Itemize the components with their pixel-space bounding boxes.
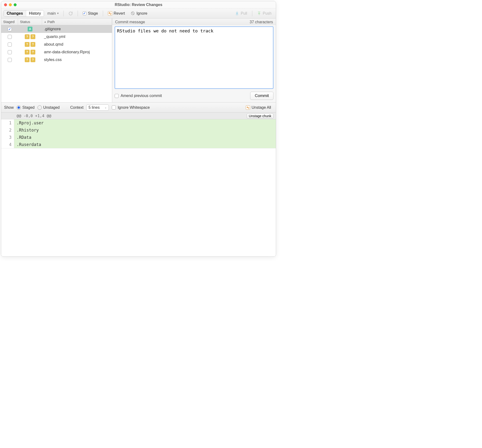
file-row[interactable]: ??about.qmd [1, 40, 112, 48]
svg-rect-2 [236, 14, 238, 15]
line-text: .Ruserdata [14, 142, 41, 147]
char-count: 37 characters [250, 20, 273, 24]
ignore-label: Ignore [137, 11, 147, 16]
unstage-all-button[interactable]: Unstage All [244, 105, 273, 110]
line-number: 3 [1, 134, 14, 141]
diff-body-empty [1, 148, 276, 256]
diff-hunk-header: @@ -0,0 +1,4 @@ Unstage chunk [1, 113, 276, 119]
refresh-icon [68, 11, 73, 16]
file-path: styles.css [42, 57, 112, 62]
svg-line-1 [132, 12, 134, 15]
amend-checkbox[interactable]: Amend previous commit [115, 94, 162, 98]
radio-icon [38, 105, 42, 110]
pull-label: Pull [241, 11, 247, 16]
refresh-button[interactable] [67, 11, 75, 16]
chevron-down-icon: ▼ [57, 12, 59, 15]
commit-button[interactable]: Commit [250, 92, 273, 100]
file-row[interactable]: ??_quarto.yml [1, 33, 112, 40]
svg-rect-3 [258, 12, 260, 12]
unstage-all-label: Unstage All [252, 105, 271, 110]
check-icon [83, 12, 87, 15]
ignore-button[interactable]: Ignore [129, 11, 149, 16]
pull-button[interactable]: Pull [233, 11, 249, 16]
minimize-window-button[interactable] [9, 3, 12, 6]
commit-message-input[interactable] [115, 26, 273, 89]
push-label: Push [263, 11, 272, 16]
status-untracked-icon: ? [31, 42, 35, 47]
file-rows: A.gitignore??_quarto.yml??about.qmd??amr… [1, 25, 112, 64]
branch-selector[interactable]: main ▼ [46, 11, 61, 16]
window-title: RStudio: Review Changes [115, 3, 162, 7]
stage-checkbox[interactable] [8, 35, 12, 39]
context-select[interactable]: 5 lines ⌄ [86, 104, 109, 111]
checkbox-icon [115, 94, 119, 98]
view-segment: Changes History [4, 10, 44, 17]
status-untracked-icon: ? [25, 57, 30, 62]
show-staged-radio[interactable]: Staged [16, 105, 35, 110]
revert-button[interactable]: Revert [106, 11, 127, 16]
checkbox-icon [112, 105, 116, 110]
col-staged[interactable]: Staged [1, 18, 18, 25]
revert-icon [246, 105, 250, 110]
ignore-icon [131, 11, 135, 16]
status-untracked-icon: ? [31, 34, 35, 39]
show-unstaged-radio[interactable]: Unstaged [38, 105, 60, 110]
ignore-ws-label: Ignore Whitespace [118, 105, 150, 110]
close-window-button[interactable] [4, 3, 7, 6]
stage-checkbox[interactable] [8, 42, 12, 47]
stage-button[interactable]: Stage [81, 11, 100, 16]
chevron-down-icon: ⌄ [104, 106, 107, 109]
ignore-whitespace-checkbox[interactable]: Ignore Whitespace [112, 105, 150, 110]
context-value: 5 lines [88, 105, 99, 110]
separator [103, 11, 103, 16]
file-row[interactable]: ??styles.css [1, 56, 112, 64]
diff-line-added[interactable]: 2.Rhistory [1, 126, 276, 134]
col-status[interactable]: Status [18, 18, 42, 25]
push-icon [257, 11, 261, 16]
status-untracked-icon: ? [25, 50, 30, 55]
diff-line-added[interactable]: 4.Ruserdata [1, 141, 276, 148]
zoom-window-button[interactable] [14, 3, 16, 6]
status-untracked-icon: ? [31, 57, 35, 62]
changes-tab[interactable]: Changes [4, 10, 26, 16]
diff-line-added[interactable]: 1.Rproj.user [1, 119, 276, 126]
status-untracked-icon: ? [31, 50, 35, 55]
file-row[interactable]: A.gitignore [1, 25, 112, 33]
separator [64, 11, 64, 16]
history-tab[interactable]: History [26, 10, 44, 16]
push-button[interactable]: Push [255, 11, 273, 16]
branch-name: main [47, 11, 56, 16]
file-path: about.qmd [42, 42, 112, 47]
stage-checkbox[interactable] [8, 58, 12, 62]
separator [78, 11, 78, 16]
sort-asc-icon: ▲ [44, 20, 46, 23]
file-row[interactable]: ??amr-data-dictionary.Rproj [1, 48, 112, 56]
line-text: .RData [14, 135, 31, 140]
stage-checkbox[interactable] [8, 50, 12, 54]
status-untracked-icon: ? [25, 34, 30, 39]
line-text: .Rproj.user [14, 120, 44, 125]
pull-icon [235, 11, 239, 16]
show-label: Show [4, 105, 14, 110]
line-number: 4 [1, 141, 14, 148]
show-staged-label: Staged [22, 105, 35, 110]
unstage-chunk-button[interactable]: Unstage chunk [247, 113, 273, 118]
revert-label: Revert [114, 11, 125, 16]
col-path-label: Path [47, 20, 55, 24]
file-path: .gitignore [42, 27, 112, 31]
diff-toolbar: Show Staged Unstaged Context 5 lines ⌄ I… [1, 102, 276, 113]
revert-icon [108, 11, 112, 16]
file-path: amr-data-dictionary.Rproj [42, 50, 112, 55]
diff-line-added[interactable]: 3.RData [1, 134, 276, 141]
show-unstaged-label: Unstaged [43, 105, 60, 110]
file-list-pane: Staged Status ▲ Path A.gitignore??_quart… [1, 18, 112, 102]
file-table-header: Staged Status ▲ Path [1, 18, 112, 25]
hunk-header-text: @@ -0,0 +1,4 @@ [16, 114, 51, 118]
stage-checkbox[interactable] [8, 27, 12, 31]
stage-label: Stage [88, 11, 98, 16]
file-path: _quarto.yml [42, 34, 112, 39]
col-path[interactable]: ▲ Path [42, 18, 112, 25]
radio-icon [16, 105, 21, 110]
commit-pane: Commit message 37 characters Amend previ… [112, 18, 276, 102]
main-toolbar: Changes History main ▼ Stage Revert [1, 8, 276, 18]
